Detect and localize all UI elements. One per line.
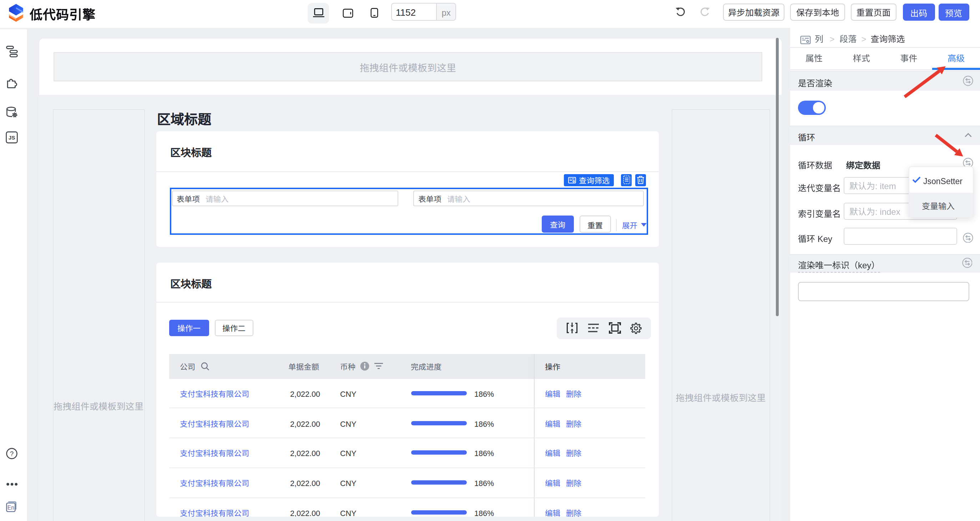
svg-text:?: ? (10, 450, 14, 457)
svg-text:En: En (8, 505, 14, 511)
svg-text:JS: JS (9, 135, 15, 141)
